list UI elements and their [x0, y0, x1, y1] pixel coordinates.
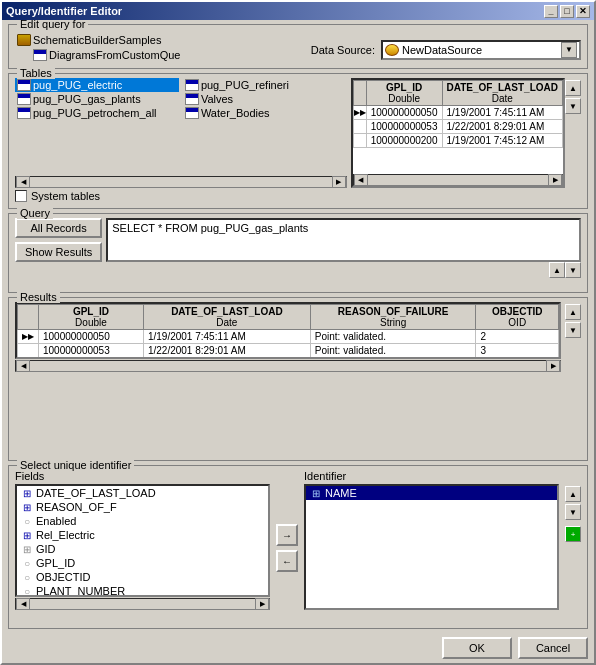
remove-identifier-button[interactable]: ←: [276, 550, 298, 572]
table-item-refineri[interactable]: pug_PUG_refineri: [183, 78, 347, 92]
all-records-button[interactable]: All Records: [15, 218, 102, 238]
table-icon-gas: [17, 93, 31, 105]
grid-h-scrollbar[interactable]: ◀ ▶: [353, 174, 563, 186]
bottom-buttons: OK Cancel: [2, 633, 594, 663]
h-scroll-track: [30, 178, 332, 186]
datasource-combo-arrow[interactable]: ▼: [561, 42, 577, 58]
tree-child-item[interactable]: DiagramsFromCustomQue: [31, 48, 182, 62]
grid-scroll-right[interactable]: ▶: [548, 174, 562, 186]
results-h-scrollbar[interactable]: ◀ ▶: [15, 360, 561, 372]
query-text-area[interactable]: SELECT * FROM pug_PUG_gas_plants: [106, 218, 581, 262]
field-key-icon: ⊞: [20, 543, 34, 555]
field-linked-icon: ⊞: [20, 487, 34, 499]
maximize-button[interactable]: □: [560, 5, 574, 18]
identifier-item-name[interactable]: ⊞ NAME: [306, 486, 557, 500]
tree-child-label: DiagramsFromCustomQue: [49, 49, 180, 61]
edit-query-label: Edit query for: [17, 20, 88, 30]
fields-scroll-left[interactable]: ◀: [16, 598, 30, 610]
datasource-row: Data Source: NewDataSource ▼: [311, 40, 581, 60]
grid-cell-gpl-id: 100000000050: [366, 106, 442, 120]
field-item-gpl-id[interactable]: ○ GPL_ID: [17, 556, 268, 570]
identifier-scrollbar-arrows: ▲ ▼ +: [565, 470, 581, 610]
query-text: SELECT * FROM pug_PUG_gas_plants: [112, 222, 308, 234]
table-item-gas-plants[interactable]: pug_PUG_gas_plants: [15, 92, 179, 106]
table-row[interactable]: 100000000053 1/22/2001 8:29:01 AM: [353, 120, 562, 134]
add-identifier-button[interactable]: →: [276, 524, 298, 546]
results-scroll-down[interactable]: ▼: [565, 322, 581, 338]
id-scroll-down[interactable]: ▼: [565, 504, 581, 520]
cancel-button[interactable]: Cancel: [518, 637, 588, 659]
query-scroll-up[interactable]: ▲: [549, 262, 565, 278]
system-tables-checkbox[interactable]: [15, 190, 27, 202]
close-button[interactable]: ✕: [576, 5, 590, 18]
h-scroll-left[interactable]: ◀: [16, 176, 30, 188]
db-icon: [17, 34, 31, 46]
fields-panel: Fields ⊞ DATE_OF_LAST_LOAD ⊞ REASON_OF_F…: [15, 470, 270, 610]
grid-scroll-up[interactable]: ▲: [565, 80, 581, 96]
grid-scroll-down[interactable]: ▼: [565, 98, 581, 114]
edit-query-section: Edit query for SchematicBuilderSamples D…: [8, 24, 588, 69]
datasource-icon: [385, 44, 399, 56]
minimize-button[interactable]: _: [544, 5, 558, 18]
results-data-grid: GPL_IDDouble DATE_OF_LAST_LOADDate REASO…: [17, 304, 559, 358]
grid-header-arrow: [353, 81, 366, 106]
query-editor-window: Query/Identifier Editor _ □ ✕ Edit query…: [0, 0, 596, 665]
id-scroll-up[interactable]: ▲: [565, 486, 581, 502]
results-scroll-right[interactable]: ▶: [546, 360, 560, 372]
identifier-list[interactable]: ⊞ NAME: [304, 484, 559, 610]
table-item-valves[interactable]: Valves: [183, 92, 347, 106]
grid-col-date: DATE_OF_LAST_LOADDate: [442, 81, 563, 106]
tables-data-grid-wrap: GPL_IDDouble DATE_OF_LAST_LOADDate ▶ 100…: [351, 78, 565, 188]
show-results-button[interactable]: Show Results: [15, 242, 102, 262]
results-row[interactable]: 100000000053 1/22/2001 8:29:01 AM Point:…: [18, 344, 559, 358]
grid-cell-gpl-id: 100000000200: [366, 134, 442, 148]
field-key-icon: ○: [20, 571, 34, 583]
h-scroll-right[interactable]: ▶: [332, 176, 346, 188]
field-item-reason[interactable]: ⊞ REASON_OF_F: [17, 500, 268, 514]
ok-button[interactable]: OK: [442, 637, 512, 659]
datasource-combo[interactable]: NewDataSource ▼: [381, 40, 581, 60]
fields-h-scrollbar[interactable]: ◀ ▶: [15, 598, 270, 610]
table-icon-electric: [17, 79, 31, 91]
unique-id-section: Select unique identifier Fields ⊞ DATE_O…: [8, 465, 588, 629]
tables-section: Tables pug_PUG_electric: [8, 73, 588, 209]
field-item-rel-electric[interactable]: ⊞ Rel_Electric: [17, 528, 268, 542]
field-item-gid[interactable]: ⊞ GID: [17, 542, 268, 556]
tables-content: pug_PUG_electric pug_PUG_gas_plants pug_…: [15, 78, 581, 188]
table-item-water[interactable]: Water_Bodies: [183, 106, 347, 120]
field-key-icon: ○: [20, 515, 34, 527]
tables-label: Tables: [17, 67, 55, 79]
fields-scroll-right[interactable]: ▶: [255, 598, 269, 610]
tree-parent-label: SchematicBuilderSamples: [33, 34, 161, 46]
field-item-plant-number[interactable]: ○ PLANT_NUMBER: [17, 584, 268, 597]
id-add-green-button[interactable]: +: [565, 526, 581, 542]
table-row[interactable]: 100000000200 1/19/2001 7:45:12 AM: [353, 134, 562, 148]
field-item-objectid[interactable]: ○ OBJECTID: [17, 570, 268, 584]
table-row[interactable]: ▶ 100000000050 1/19/2001 7:45:11 AM: [353, 106, 562, 120]
results-scroll-left[interactable]: ◀: [16, 360, 30, 372]
tree-parent-item[interactable]: SchematicBuilderSamples: [15, 33, 182, 47]
field-key-icon: ○: [20, 557, 34, 569]
tables-grid-scrollbar-arrows: ▲ ▼: [565, 78, 581, 188]
table-item-petrochem[interactable]: pug_PUG_petrochem_all: [15, 106, 179, 120]
results-scrollbar-arrows: ▲ ▼: [565, 302, 581, 372]
unique-id-label: Select unique identifier: [17, 459, 134, 471]
datasource-combo-text: NewDataSource: [385, 44, 482, 56]
field-item-enabled[interactable]: ○ Enabled: [17, 514, 268, 528]
table-icon-valves: [185, 93, 199, 105]
fields-label: Fields: [15, 470, 270, 482]
fields-list[interactable]: ⊞ DATE_OF_LAST_LOAD ⊞ REASON_OF_F ○ Enab…: [15, 484, 270, 597]
results-col-gpl-id: GPL_IDDouble: [39, 305, 144, 330]
identifier-label: Identifier: [304, 470, 559, 482]
datasource-label: Data Source:: [311, 44, 375, 56]
table-icon-tree: [33, 49, 47, 61]
table-item-electric[interactable]: pug_PUG_electric: [15, 78, 179, 92]
arrow-buttons: → ←: [276, 470, 298, 610]
tables-h-scrollbar[interactable]: ◀ ▶: [15, 176, 347, 188]
query-scroll-down[interactable]: ▼: [565, 262, 581, 278]
query-content: All Records Show Results SELECT * FROM p…: [15, 218, 581, 278]
grid-scroll-left[interactable]: ◀: [354, 174, 368, 186]
results-row[interactable]: ▶ 100000000050 1/19/2001 7:45:11 AM Poin…: [18, 330, 559, 344]
results-scroll-up[interactable]: ▲: [565, 304, 581, 320]
field-item-date[interactable]: ⊞ DATE_OF_LAST_LOAD: [17, 486, 268, 500]
